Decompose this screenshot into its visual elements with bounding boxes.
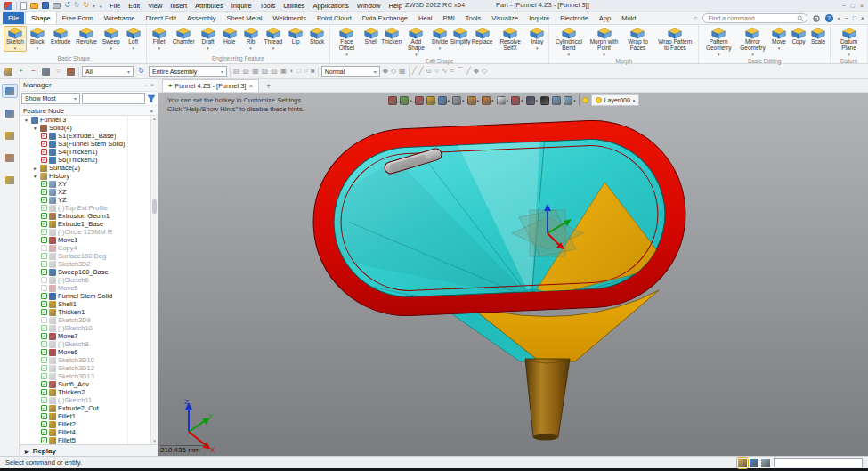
ribbon-button-wrap-to-faces[interactable]: Wrap to Faces	[622, 26, 654, 53]
ribbon-button-sketch[interactable]: Sketch▾	[4, 26, 27, 52]
tree-item-s6-thicken2[interactable]: ✓S6(Thicken2)	[20, 156, 150, 164]
menu-applications[interactable]: Applications	[312, 2, 348, 10]
wireframe-sphere-icon[interactable]: ▾	[452, 96, 465, 105]
status-input[interactable]	[774, 458, 863, 467]
segment-icon[interactable]: ╱	[466, 68, 471, 75]
ribbon-restore-icon[interactable]: □	[853, 15, 856, 21]
checkbox-checked[interactable]: ✓	[41, 405, 47, 411]
scrollbar-up-icon[interactable]: ▴	[151, 116, 158, 122]
notes-icon[interactable]	[761, 459, 770, 467]
home-icon[interactable]: ⌂	[694, 14, 698, 22]
tree-filter-dropdown[interactable]: Show Most ▾	[21, 93, 80, 104]
ribbon-button-copy[interactable]: Copy	[789, 26, 808, 46]
black-bar-icon[interactable]	[540, 96, 549, 105]
menu-view[interactable]: View	[148, 2, 162, 10]
qat-collapse-icon[interactable]: ◂	[99, 3, 101, 9]
qat-dropdown-icon[interactable]: ▾	[93, 3, 95, 9]
appearance-icon[interactable]: ▾	[467, 96, 480, 105]
checkbox-checked[interactable]: ✓	[41, 341, 47, 347]
tree-scrollbar[interactable]: ▴ ▾	[150, 116, 158, 444]
menu-insert[interactable]: Insert	[170, 2, 187, 10]
tree-item-move6[interactable]: ✓Move6	[20, 348, 150, 356]
menu-edit[interactable]: Edit	[128, 2, 140, 10]
checkbox-checked[interactable]: ✓	[41, 205, 47, 211]
ribbon-button-draft[interactable]: Draft▾	[198, 26, 219, 52]
scope-dropdown[interactable]: Entire Assembly▾	[149, 66, 227, 77]
checkbox-unchecked[interactable]	[41, 285, 47, 291]
tab-close-icon[interactable]: ×	[248, 82, 253, 90]
tree-item-copy4[interactable]: Copy4	[20, 244, 150, 252]
settings-icon[interactable]: □	[296, 68, 301, 75]
filter-icon[interactable]	[147, 94, 156, 103]
tree-item-sketch6[interactable]: (-)Sketch6	[20, 276, 150, 284]
checkbox-unchecked[interactable]	[41, 277, 47, 283]
selection-filter-dropdown[interactable]: All▾	[82, 66, 134, 77]
tree-item-s1-extrude1-base[interactable]: ✓S1(Extrude1_Base)	[20, 132, 150, 140]
ribbon-button-scale[interactable]: Scale	[808, 26, 828, 46]
open-file-icon[interactable]	[30, 3, 38, 9]
ribbon-button-pattern-geometry[interactable]: Pattern Geometry▾	[701, 26, 736, 58]
pick-lasso-icon[interactable]: ○	[53, 67, 63, 77]
scroll-up-icon[interactable]: ▲	[150, 108, 154, 113]
tab-heal[interactable]: Heal	[413, 12, 437, 24]
ribbon-button-resolve-selfx[interactable]: Resolve SelfX	[493, 26, 527, 53]
menu-window[interactable]: Window	[357, 2, 381, 10]
role-manager-tab[interactable]	[2, 173, 18, 187]
ribbon-button-datum-plane[interactable]: Datum Plane▾	[832, 26, 865, 58]
ribbon-button-hole[interactable]: Hole	[219, 26, 240, 46]
ribbon-button-extrude[interactable]: Extrude	[48, 26, 73, 46]
ortho-icon[interactable]: ◇	[391, 68, 396, 75]
tree-item-fillet2[interactable]: ✓Fillet2	[20, 420, 150, 428]
ribbon-button-block[interactable]: Block▾	[27, 26, 48, 52]
tree-item-sketch3d9[interactable]: Sketch3D9	[20, 316, 150, 324]
graphics-area[interactable]: You can set the hotkey in Customize Sett…	[158, 93, 868, 456]
undo-icon[interactable]: ↺	[64, 2, 70, 9]
checkbox-checked[interactable]: ✓	[41, 189, 47, 195]
feature-node-column-header[interactable]: Feature Node ▲	[20, 106, 158, 116]
drag-icon[interactable]: ◆	[474, 68, 479, 75]
checkbox-checked[interactable]: ✓	[41, 349, 47, 355]
tab-visualize[interactable]: Visualize	[486, 12, 523, 24]
pick-window-icon[interactable]	[41, 67, 51, 77]
tree-item-surface-2[interactable]: ▸Surface(2)	[20, 164, 150, 172]
tab-shape[interactable]: Shape	[25, 12, 57, 24]
tree-item-sketch3d13[interactable]: ✓Sketch3D13	[20, 372, 150, 380]
tree-item-fillet1[interactable]: ✓Fillet1	[20, 412, 150, 420]
checkbox-checked[interactable]: ✓	[41, 421, 47, 427]
ribbon-minimize-icon[interactable]: −	[845, 15, 848, 21]
tab-mold[interactable]: Mold	[616, 12, 641, 24]
prompt-icon[interactable]: ■	[311, 68, 315, 75]
display-mode-icon[interactable]: ▾	[438, 96, 450, 105]
checkbox-checked[interactable]: ✓	[41, 373, 47, 379]
menu-file[interactable]: File	[110, 2, 120, 10]
checkbox-checked[interactable]: ✓	[41, 389, 47, 395]
close-button[interactable]: ×	[860, 3, 864, 9]
checkbox-checked[interactable]: ✓	[41, 213, 47, 219]
tab-assembly[interactable]: Assembly	[182, 12, 222, 24]
circle-icon[interactable]: ○	[434, 68, 439, 75]
paintbrush-icon[interactable]	[415, 96, 424, 105]
tree-item-extrude1-base[interactable]: ✓Extrude1_Base	[20, 220, 150, 228]
tree-search-input[interactable]	[82, 93, 145, 104]
layer-bulb-icon[interactable]	[582, 97, 588, 103]
checkbox-checked[interactable]: ✓	[41, 325, 47, 331]
checkbox-checked[interactable]: ✓	[41, 261, 47, 267]
new-tab-button[interactable]: +	[266, 82, 271, 92]
gear-icon[interactable]	[812, 14, 821, 23]
pick-cursor-icon[interactable]	[4, 67, 13, 77]
help-dropdown-icon[interactable]: ▾	[838, 15, 840, 21]
visibility-icon[interactable]: ▾	[564, 96, 576, 105]
checkbox-checked[interactable]: ✓	[41, 437, 47, 443]
ribbon-button-mirror-geometry[interactable]: Mirror Geometry▾	[736, 26, 769, 58]
style-dropdown[interactable]: Normal▾	[321, 66, 380, 77]
ribbon-button-face-offset[interactable]: Face Offset▾	[332, 26, 361, 58]
tab-pmi[interactable]: PMI	[437, 12, 459, 24]
history-icon[interactable]: ▤	[233, 68, 240, 75]
checkbox-checked[interactable]: ✓	[41, 133, 47, 139]
tab-file[interactable]: File	[3, 12, 24, 24]
export-icon[interactable]: ▨	[271, 68, 278, 75]
render-refresh-icon[interactable]: ▾	[400, 96, 412, 105]
restore-button[interactable]: □	[851, 3, 855, 9]
tree-item-xy[interactable]: ✓XY	[20, 180, 150, 188]
regen-icon[interactable]: ↻	[136, 67, 146, 77]
